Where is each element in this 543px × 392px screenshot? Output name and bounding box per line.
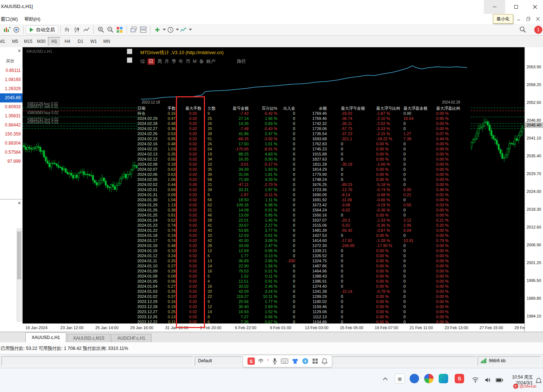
bar-chart-icon[interactable] [63, 25, 72, 34]
close-button[interactable] [527, 0, 543, 14]
timeframe-h4[interactable]: H4 [61, 37, 74, 46]
stats-cell: 2024.02.28 [137, 121, 165, 126]
timeframe-mn[interactable]: MN [100, 37, 113, 46]
chart-tab[interactable]: XAUUSD.c,H1 [25, 332, 66, 342]
price-scale[interactable]: 2063.902058.202052.502046.802041.102035.… [524, 47, 543, 332]
chevron-down-icon[interactable] [189, 29, 192, 31]
mtdriver-menu-月[interactable]: 月 [165, 58, 169, 65]
mtdriver-menu-综[interactable]: 综 [140, 58, 145, 65]
market-watch-price[interactable]: 1.08193 [0, 75, 23, 84]
browser-icon[interactable] [424, 373, 434, 384]
taskbar-app-icon[interactable]: ▣ [395, 373, 405, 384]
taskbar-app-icon[interactable] [438, 373, 449, 384]
stats-cell: 1.45 % [250, 218, 277, 223]
zoom-out-icon[interactable] [105, 25, 115, 34]
sogou-logo-icon[interactable]: S [248, 357, 255, 365]
timeframe-d1[interactable]: D1 [74, 37, 87, 46]
market-watch-price[interactable]: 1.26329 [0, 84, 23, 93]
add-indicator-icon[interactable] [153, 25, 162, 34]
chart-tabs: XAUUSD.c,H1XAUUSD.c,M15AUDCHF.c,H1 [25, 332, 152, 342]
market-watch-price[interactable]: 2045.69 [0, 93, 23, 102]
search-icon[interactable] [519, 26, 526, 35]
battery-icon[interactable] [494, 375, 504, 385]
mt4-window: XAUUSD.c,H1] 窗口(W)帮助(H) 最小化 自动交易 [0, 0, 543, 392]
sogou-taskbar-icon[interactable]: S [454, 373, 464, 384]
mtdriver-menu-账户[interactable]: 账户 [206, 58, 215, 65]
bell-icon[interactable] [322, 358, 327, 364]
stats-cell: 18.50 [222, 197, 249, 202]
candlestick-icon[interactable] [72, 25, 82, 34]
volume-icon[interactable] [483, 375, 493, 385]
stats-cell: 2024.02.07 [137, 167, 165, 172]
line-chart-icon[interactable] [82, 25, 91, 34]
mtdriver-menu-备[interactable]: 备 [199, 58, 204, 65]
title-bar: XAUUSD.c,H1] [0, 0, 543, 14]
skin-shirt-icon[interactable] [292, 358, 298, 364]
auto-trading-button[interactable]: 自动交易 [26, 25, 58, 34]
timeframe-m1[interactable]: M1 [0, 37, 8, 46]
mtdriver-menu-季[interactable]: 季 [172, 58, 176, 65]
stats-cell: 2023.12.28 [137, 304, 165, 309]
periods-clock-icon[interactable] [166, 25, 175, 34]
market-watch-price[interactable]: 97.899 [0, 157, 23, 166]
close-icon[interactable]: ✕ [17, 49, 21, 53]
mtdriver-menu-路径[interactable]: 路径 [237, 58, 246, 65]
new-chart-icon[interactable] [2, 25, 12, 34]
ime-language-toggle[interactable]: 中 [258, 358, 264, 364]
menu-item-窗口(W)[interactable]: 窗口(W) [1, 16, 18, 23]
time-axis[interactable]: 19 Jan 202423 Jan 12:0025 Jan 14:0029 Ja… [23, 323, 524, 332]
profile-section[interactable]: Default [195, 356, 242, 366]
timeframe-w1[interactable]: W1 [87, 37, 100, 46]
cascade-windows-icon[interactable] [129, 25, 138, 34]
stats-cell: -0.19 % [367, 202, 400, 207]
mtdriver-menu-年[interactable]: 年 [179, 58, 184, 65]
toolbox-circle-icon[interactable] [302, 358, 309, 364]
chevron-down-icon[interactable] [163, 29, 166, 31]
minimize-button[interactable] [484, 0, 505, 14]
tray-chevron-up-icon[interactable] [380, 373, 390, 384]
market-watch-price[interactable]: 0.60933 [0, 102, 23, 112]
market-watch-price[interactable]: 1.35631 [0, 112, 23, 121]
taskbar-app-icon[interactable] [409, 373, 419, 384]
stats-cell: 16 [208, 284, 220, 289]
chart-tab[interactable]: AUDCHF.c,H1 [111, 334, 152, 342]
market-watch-price[interactable]: 0.88442 [0, 121, 23, 130]
market-watch-price[interactable]: 150.359 [0, 130, 23, 139]
close-icon[interactable]: ✕ [17, 201, 21, 205]
child-close-icon[interactable] [536, 17, 540, 21]
chart-tab[interactable]: XAUUSD.c,M15 [67, 334, 110, 342]
wifi-icon[interactable] [470, 375, 480, 385]
market-watch-price[interactable]: 0.88304 [0, 139, 23, 148]
scrollbar-thumb[interactable] [17, 231, 21, 279]
stats-cell: -8.14 [331, 192, 365, 197]
keyboard-icon[interactable] [281, 359, 288, 364]
child-minimize-icon[interactable] [517, 17, 521, 21]
chevron-down-icon[interactable] [176, 29, 179, 31]
mtdriver-menu-M[interactable]: M [193, 59, 197, 64]
mtdriver-menu-周[interactable]: 周 [157, 58, 162, 65]
market-watch-price[interactable]: 0.65111 [0, 66, 23, 75]
mtdriver-menu-日[interactable]: 日 [148, 58, 155, 65]
microphone-icon[interactable] [272, 358, 277, 364]
maximize-button[interactable] [505, 0, 527, 14]
chart-tool-icon[interactable] [127, 57, 132, 63]
tile-windows-icon[interactable] [115, 25, 124, 34]
menu-item-帮助(H)[interactable]: 帮助(H) [24, 16, 40, 23]
market-watch-price[interactable]: 0.57584 [0, 148, 23, 157]
timeframe-h1[interactable]: H1 [48, 37, 61, 46]
timeframe-m30[interactable]: M30 [35, 37, 48, 46]
timeframe-m5[interactable]: M5 [9, 37, 21, 46]
chart-panel-toggle-icon[interactable] [127, 49, 132, 54]
apps-grid-icon[interactable] [312, 358, 318, 364]
notification-badge[interactable]: 1 [534, 26, 542, 34]
zoom-in-icon[interactable] [96, 25, 105, 34]
child-restore-icon[interactable] [526, 17, 531, 21]
stats-cell: -0.78 % [367, 289, 400, 294]
stats-cell: 58 [208, 177, 220, 182]
mtdriver-menu-币[interactable]: 币 [186, 58, 190, 65]
timeframe-m15[interactable]: M15 [22, 37, 35, 46]
ime-punctuation-icon[interactable]: ’ [267, 358, 269, 364]
profiles-icon[interactable] [12, 25, 21, 34]
arrange-windows-icon[interactable] [138, 25, 148, 34]
templates-icon[interactable] [179, 25, 188, 34]
